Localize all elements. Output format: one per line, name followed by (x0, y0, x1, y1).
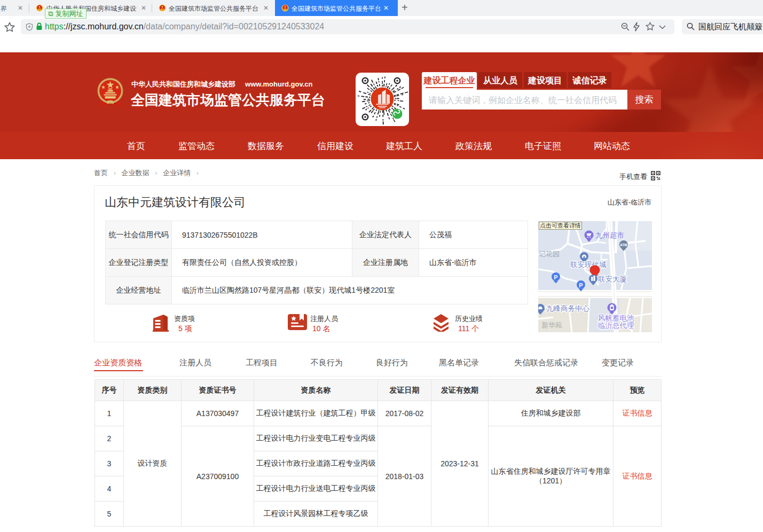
svg-text:联安现代城: 联安现代城 (570, 261, 607, 269)
svg-text:联安大厦: 联安大厦 (598, 275, 627, 283)
svg-text:P: P (554, 274, 557, 280)
svg-text:ATM: ATM (620, 243, 627, 247)
svg-text:新华苑: 新华苑 (541, 321, 562, 329)
svg-text:九州超市: 九州超市 (595, 231, 624, 239)
svg-text:风帆蓄电池: 风帆蓄电池 (598, 314, 634, 322)
svg-text:临沂总代理: 临沂总代理 (598, 322, 634, 330)
svg-text:九峰商务中心: 九峰商务中心 (546, 304, 590, 312)
svg-text:记花园: 记花园 (539, 250, 560, 258)
svg-text:P: P (579, 282, 583, 288)
